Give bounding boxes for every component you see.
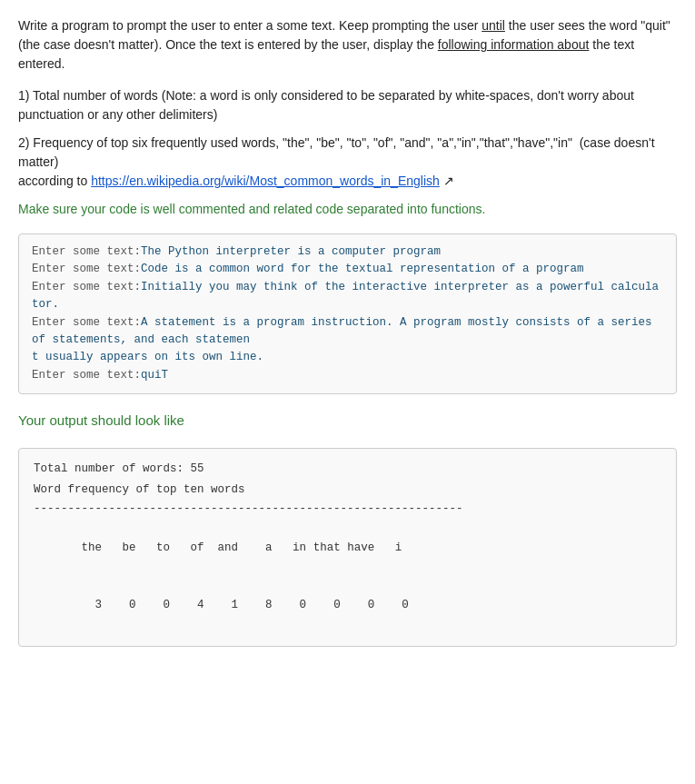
intro-text-1: Write a program to prompt the user to en… (18, 16, 677, 74)
item2-according: according to (18, 174, 91, 188)
word-a: a (238, 541, 273, 554)
item2-section: 2) Frequency of top six frequently used … (18, 134, 677, 191)
count-to: 0 (136, 599, 171, 611)
words-row: the be to of and a in that have i (34, 519, 661, 577)
freq-label-line: Word frequency of top ten words (34, 481, 661, 500)
word-to: to (136, 541, 171, 554)
word-of: of (170, 541, 204, 554)
output-box: Total number of words: 55 Word frequency… (18, 448, 677, 647)
word-be: be (102, 541, 136, 554)
underline-until: until (482, 18, 505, 33)
input-line-5: Enter some text:quiT (32, 369, 168, 382)
input-line-1: Enter some text:The Python interpreter i… (32, 245, 441, 258)
item1-section: 1) Total number of words (Note: a word i… (18, 86, 677, 124)
divider-line: ----------------------------------------… (34, 500, 661, 519)
input-line-2: Enter some text:Code is a common word fo… (32, 263, 584, 275)
word-have: have (341, 541, 375, 554)
word-i: i (374, 541, 402, 554)
item2-label: 2) Frequency of top six frequently used … (18, 135, 655, 169)
output-box-wrapper: Total number of words: 55 Word frequency… (18, 448, 677, 647)
external-link-icon: ↗ (440, 174, 454, 188)
count-i: 0 (374, 599, 409, 611)
input-session-box: Enter some text:The Python interpreter i… (18, 233, 677, 394)
input-line-3: Enter some text:Initially you may think … (32, 281, 659, 311)
count-be: 0 (102, 599, 136, 611)
make-sure-text: Make sure your code is well commented an… (18, 200, 677, 219)
wikipedia-link[interactable]: https://en.wikipedia.org/wiki/Most_commo… (91, 174, 440, 188)
item1-label: 1) Total number of words (18, 88, 162, 103)
input-line-4: Enter some text:A statement is a program… (32, 316, 659, 364)
count-that: 0 (306, 599, 341, 611)
total-words-line: Total number of words: 55 (34, 460, 661, 479)
word-and: and (204, 541, 239, 554)
underline-following: following information about (438, 37, 590, 52)
count-in: 0 (273, 599, 307, 611)
word-in: in (273, 541, 307, 554)
count-have: 0 (341, 599, 375, 611)
word-the: the (74, 541, 102, 554)
word-that: that (306, 541, 341, 554)
count-and: 1 (204, 599, 239, 611)
count-of: 4 (170, 599, 204, 611)
count-the: 3 (74, 599, 102, 611)
counts-row: 3 0 0 4 1 8 0 0 0 0 (34, 577, 661, 635)
output-label: Your output should look like (18, 411, 677, 432)
intro-paragraph: Write a program to prompt the user to en… (18, 16, 677, 219)
count-a: 8 (238, 599, 273, 611)
